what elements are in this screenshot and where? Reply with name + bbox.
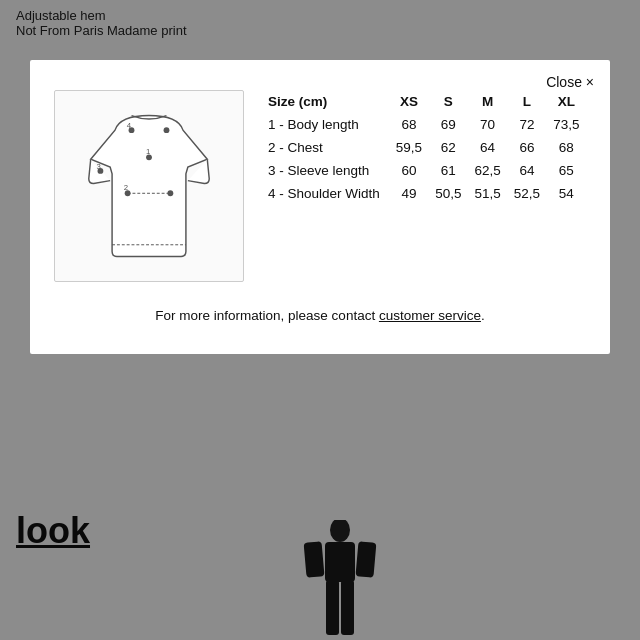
col-header-xs: XS xyxy=(389,90,428,113)
background-page: Adjustable hem Not From Paris Madame pri… xyxy=(0,0,640,640)
garment-diagram: 2 4 1 3 xyxy=(54,90,244,282)
row-s-3: 50,5 xyxy=(429,182,468,205)
row-label-0: 1 - Body length xyxy=(262,113,389,136)
row-m-3: 51,5 xyxy=(468,182,507,205)
row-xl-3: 54 xyxy=(547,182,586,205)
table-row: 3 - Sleeve length 60 61 62,5 64 65 xyxy=(262,159,586,182)
row-s-1: 62 xyxy=(429,136,468,159)
row-l-0: 72 xyxy=(507,113,546,136)
size-table-wrap: Size (cm) XS S M L XL 1 - Body length 68… xyxy=(262,90,586,282)
customer-service-link[interactable]: customer service xyxy=(379,308,481,323)
row-xs-0: 68 xyxy=(389,113,428,136)
col-header-m: M xyxy=(468,90,507,113)
row-label-2: 3 - Sleeve length xyxy=(262,159,389,182)
row-s-0: 69 xyxy=(429,113,468,136)
row-s-2: 61 xyxy=(429,159,468,182)
size-table: Size (cm) XS S M L XL 1 - Body length 68… xyxy=(262,90,586,205)
row-label-1: 2 - Chest xyxy=(262,136,389,159)
close-button[interactable]: Close × xyxy=(546,74,594,90)
svg-text:3: 3 xyxy=(97,162,101,171)
col-header-s: S xyxy=(429,90,468,113)
table-row: 2 - Chest 59,5 62 64 66 68 xyxy=(262,136,586,159)
row-label-3: 4 - Shoulder Width xyxy=(262,182,389,205)
svg-text:1: 1 xyxy=(146,147,150,156)
row-l-2: 64 xyxy=(507,159,546,182)
footer-contact-text: For more information, please contact cus… xyxy=(54,306,586,326)
svg-text:4: 4 xyxy=(127,121,132,130)
table-header-row: Size (cm) XS S M L XL xyxy=(262,90,586,113)
row-m-0: 70 xyxy=(468,113,507,136)
row-l-1: 66 xyxy=(507,136,546,159)
row-m-1: 64 xyxy=(468,136,507,159)
svg-text:2: 2 xyxy=(124,183,128,192)
table-row: 4 - Shoulder Width 49 50,5 51,5 52,5 54 xyxy=(262,182,586,205)
row-xl-0: 73,5 xyxy=(547,113,586,136)
col-header-l: L xyxy=(507,90,546,113)
modal-content: 2 4 1 3 Size (cm) XS S xyxy=(54,90,586,282)
size-guide-modal: Close × xyxy=(30,60,610,354)
row-xl-1: 68 xyxy=(547,136,586,159)
row-xs-1: 59,5 xyxy=(389,136,428,159)
table-row: 1 - Body length 68 69 70 72 73,5 xyxy=(262,113,586,136)
row-xl-2: 65 xyxy=(547,159,586,182)
col-header-xl: XL xyxy=(547,90,586,113)
svg-point-10 xyxy=(164,127,170,133)
row-l-3: 52,5 xyxy=(507,182,546,205)
row-m-2: 62,5 xyxy=(468,159,507,182)
modal-overlay: Close × xyxy=(0,0,640,640)
col-header-size: Size (cm) xyxy=(262,90,389,113)
row-xs-2: 60 xyxy=(389,159,428,182)
row-xs-3: 49 xyxy=(389,182,428,205)
